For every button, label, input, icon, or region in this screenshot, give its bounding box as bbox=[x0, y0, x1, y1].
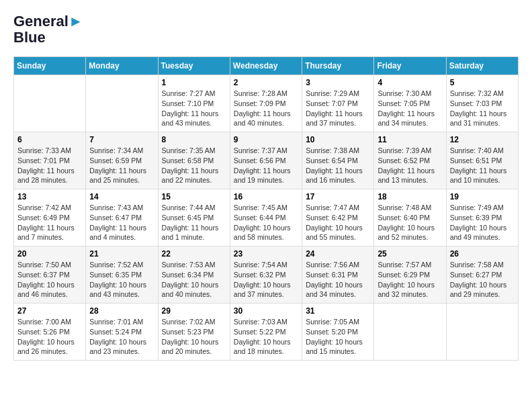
calendar-day-31: 31Sunrise: 7:05 AM Sunset: 5:20 PM Dayli… bbox=[302, 304, 374, 361]
day-number: 1 bbox=[162, 78, 226, 87]
day-info: Sunrise: 7:00 AM Sunset: 5:26 PM Dayligh… bbox=[17, 317, 82, 357]
day-number: 10 bbox=[306, 135, 370, 144]
day-info: Sunrise: 7:42 AM Sunset: 6:49 PM Dayligh… bbox=[17, 203, 82, 242]
day-number: 18 bbox=[378, 192, 442, 201]
day-info: Sunrise: 7:05 AM Sunset: 5:20 PM Dayligh… bbox=[306, 317, 370, 357]
day-number: 30 bbox=[234, 306, 298, 316]
day-info: Sunrise: 7:54 AM Sunset: 6:32 PM Dayligh… bbox=[234, 260, 298, 300]
day-info: Sunrise: 7:28 AM Sunset: 7:09 PM Dayligh… bbox=[234, 89, 298, 128]
calendar-day-30: 30Sunrise: 7:03 AM Sunset: 5:22 PM Dayli… bbox=[230, 304, 302, 361]
calendar-day-11: 11Sunrise: 7:39 AM Sunset: 6:52 PM Dayli… bbox=[374, 132, 446, 189]
weekday-header-tuesday: Tuesday bbox=[158, 57, 230, 75]
day-number: 24 bbox=[306, 249, 370, 259]
day-info: Sunrise: 7:29 AM Sunset: 7:07 PM Dayligh… bbox=[306, 89, 370, 128]
day-number: 31 bbox=[306, 306, 370, 316]
weekday-header-sunday: Sunday bbox=[14, 57, 86, 75]
calendar-day-13: 13Sunrise: 7:42 AM Sunset: 6:49 PM Dayli… bbox=[14, 189, 86, 246]
day-number: 27 bbox=[17, 306, 82, 316]
calendar-day-10: 10Sunrise: 7:38 AM Sunset: 6:54 PM Dayli… bbox=[302, 132, 374, 189]
day-number: 19 bbox=[450, 192, 515, 201]
day-number: 11 bbox=[378, 135, 442, 144]
calendar-day-18: 18Sunrise: 7:48 AM Sunset: 6:40 PM Dayli… bbox=[374, 189, 446, 246]
calendar-day-9: 9Sunrise: 7:37 AM Sunset: 6:56 PM Daylig… bbox=[230, 132, 302, 189]
day-info: Sunrise: 7:35 AM Sunset: 6:58 PM Dayligh… bbox=[162, 146, 226, 185]
weekday-header-row: SundayMondayTuesdayWednesdayThursdayFrid… bbox=[14, 57, 519, 75]
calendar-day-8: 8Sunrise: 7:35 AM Sunset: 6:58 PM Daylig… bbox=[158, 132, 230, 189]
day-info: Sunrise: 7:37 AM Sunset: 6:56 PM Dayligh… bbox=[234, 146, 298, 185]
day-number: 7 bbox=[89, 135, 154, 144]
calendar-week-row: 1Sunrise: 7:27 AM Sunset: 7:10 PM Daylig… bbox=[14, 75, 519, 132]
weekday-header-wednesday: Wednesday bbox=[230, 57, 302, 75]
day-info: Sunrise: 7:52 AM Sunset: 6:35 PM Dayligh… bbox=[89, 260, 154, 300]
calendar-day-2: 2Sunrise: 7:28 AM Sunset: 7:09 PM Daylig… bbox=[230, 75, 302, 132]
day-info: Sunrise: 7:50 AM Sunset: 6:37 PM Dayligh… bbox=[17, 260, 82, 300]
day-info: Sunrise: 7:39 AM Sunset: 6:52 PM Dayligh… bbox=[378, 146, 442, 185]
day-number: 4 bbox=[378, 78, 442, 87]
logo: General►Blue bbox=[13, 13, 83, 46]
calendar-week-row: 13Sunrise: 7:42 AM Sunset: 6:49 PM Dayli… bbox=[14, 189, 519, 246]
calendar-week-row: 20Sunrise: 7:50 AM Sunset: 6:37 PM Dayli… bbox=[14, 246, 519, 304]
calendar-day-17: 17Sunrise: 7:47 AM Sunset: 6:42 PM Dayli… bbox=[302, 189, 374, 246]
calendar-day-4: 4Sunrise: 7:30 AM Sunset: 7:05 PM Daylig… bbox=[374, 75, 446, 132]
calendar-day-7: 7Sunrise: 7:34 AM Sunset: 6:59 PM Daylig… bbox=[86, 132, 158, 189]
calendar-day-20: 20Sunrise: 7:50 AM Sunset: 6:37 PM Dayli… bbox=[14, 246, 86, 304]
day-info: Sunrise: 7:02 AM Sunset: 5:23 PM Dayligh… bbox=[162, 317, 226, 357]
calendar-day-6: 6Sunrise: 7:33 AM Sunset: 7:01 PM Daylig… bbox=[14, 132, 86, 189]
day-number: 3 bbox=[306, 78, 370, 87]
empty-day-cell bbox=[374, 304, 446, 361]
day-number: 15 bbox=[162, 192, 226, 201]
weekday-header-saturday: Saturday bbox=[446, 57, 518, 75]
day-info: Sunrise: 7:58 AM Sunset: 6:27 PM Dayligh… bbox=[450, 260, 515, 300]
day-number: 2 bbox=[234, 78, 298, 87]
calendar-day-24: 24Sunrise: 7:56 AM Sunset: 6:31 PM Dayli… bbox=[302, 246, 374, 304]
logo-text: General►Blue bbox=[13, 13, 83, 46]
page-header: General►Blue bbox=[13, 13, 519, 46]
calendar-day-19: 19Sunrise: 7:49 AM Sunset: 6:39 PM Dayli… bbox=[446, 189, 518, 246]
day-info: Sunrise: 7:40 AM Sunset: 6:51 PM Dayligh… bbox=[450, 146, 515, 185]
day-info: Sunrise: 7:01 AM Sunset: 5:24 PM Dayligh… bbox=[89, 317, 154, 357]
day-info: Sunrise: 7:45 AM Sunset: 6:44 PM Dayligh… bbox=[234, 203, 298, 242]
calendar-day-22: 22Sunrise: 7:53 AM Sunset: 6:34 PM Dayli… bbox=[158, 246, 230, 304]
calendar-day-3: 3Sunrise: 7:29 AM Sunset: 7:07 PM Daylig… bbox=[302, 75, 374, 132]
weekday-header-thursday: Thursday bbox=[302, 57, 374, 75]
calendar-table: SundayMondayTuesdayWednesdayThursdayFrid… bbox=[13, 56, 519, 361]
weekday-header-friday: Friday bbox=[374, 57, 446, 75]
day-number: 21 bbox=[89, 249, 154, 259]
calendar-day-28: 28Sunrise: 7:01 AM Sunset: 5:24 PM Dayli… bbox=[86, 304, 158, 361]
day-info: Sunrise: 7:57 AM Sunset: 6:29 PM Dayligh… bbox=[378, 260, 442, 300]
day-info: Sunrise: 7:03 AM Sunset: 5:22 PM Dayligh… bbox=[234, 317, 298, 357]
day-number: 29 bbox=[162, 306, 226, 316]
day-info: Sunrise: 7:49 AM Sunset: 6:39 PM Dayligh… bbox=[450, 203, 515, 242]
day-info: Sunrise: 7:27 AM Sunset: 7:10 PM Dayligh… bbox=[162, 89, 226, 128]
day-info: Sunrise: 7:53 AM Sunset: 6:34 PM Dayligh… bbox=[162, 260, 226, 300]
day-number: 23 bbox=[234, 249, 298, 259]
empty-day-cell bbox=[14, 75, 86, 132]
day-number: 12 bbox=[450, 135, 515, 144]
day-number: 28 bbox=[89, 306, 154, 316]
day-number: 22 bbox=[162, 249, 226, 259]
day-info: Sunrise: 7:48 AM Sunset: 6:40 PM Dayligh… bbox=[378, 203, 442, 242]
day-number: 9 bbox=[234, 135, 298, 144]
calendar-day-26: 26Sunrise: 7:58 AM Sunset: 6:27 PM Dayli… bbox=[446, 246, 518, 304]
calendar-day-25: 25Sunrise: 7:57 AM Sunset: 6:29 PM Dayli… bbox=[374, 246, 446, 304]
calendar-week-row: 6Sunrise: 7:33 AM Sunset: 7:01 PM Daylig… bbox=[14, 132, 519, 189]
day-info: Sunrise: 7:38 AM Sunset: 6:54 PM Dayligh… bbox=[306, 146, 370, 185]
day-number: 13 bbox=[17, 192, 82, 201]
calendar-day-1: 1Sunrise: 7:27 AM Sunset: 7:10 PM Daylig… bbox=[158, 75, 230, 132]
day-number: 25 bbox=[378, 249, 442, 259]
day-info: Sunrise: 7:32 AM Sunset: 7:03 PM Dayligh… bbox=[450, 89, 515, 128]
day-info: Sunrise: 7:47 AM Sunset: 6:42 PM Dayligh… bbox=[306, 203, 370, 242]
empty-day-cell bbox=[446, 304, 518, 361]
calendar-day-21: 21Sunrise: 7:52 AM Sunset: 6:35 PM Dayli… bbox=[86, 246, 158, 304]
day-number: 26 bbox=[450, 249, 515, 259]
calendar-day-12: 12Sunrise: 7:40 AM Sunset: 6:51 PM Dayli… bbox=[446, 132, 518, 189]
day-info: Sunrise: 7:44 AM Sunset: 6:45 PM Dayligh… bbox=[162, 203, 226, 242]
day-number: 8 bbox=[162, 135, 226, 144]
day-info: Sunrise: 7:30 AM Sunset: 7:05 PM Dayligh… bbox=[378, 89, 442, 128]
calendar-day-16: 16Sunrise: 7:45 AM Sunset: 6:44 PM Dayli… bbox=[230, 189, 302, 246]
weekday-header-monday: Monday bbox=[86, 57, 158, 75]
day-number: 5 bbox=[450, 78, 515, 87]
calendar-day-27: 27Sunrise: 7:00 AM Sunset: 5:26 PM Dayli… bbox=[14, 304, 86, 361]
calendar-day-14: 14Sunrise: 7:43 AM Sunset: 6:47 PM Dayli… bbox=[86, 189, 158, 246]
day-info: Sunrise: 7:33 AM Sunset: 7:01 PM Dayligh… bbox=[17, 146, 82, 185]
